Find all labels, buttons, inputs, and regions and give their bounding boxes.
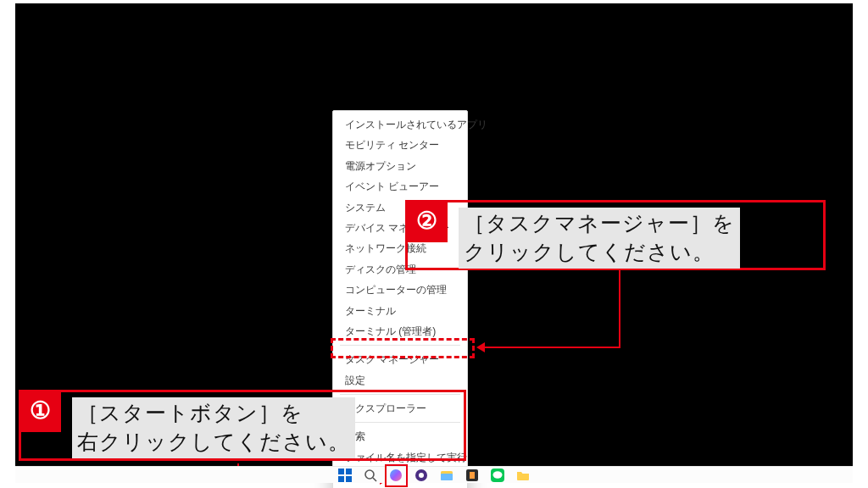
winx-menu-item[interactable]: イベント ビューアー xyxy=(333,176,467,197)
winx-menu-item[interactable]: ターミナル (管理者) xyxy=(333,321,467,341)
taskbar-app-2[interactable] xyxy=(465,468,480,483)
folder-icon xyxy=(516,469,530,482)
svg-point-6 xyxy=(390,469,402,481)
callout-2-number: ② xyxy=(416,209,437,233)
taskbar-search-button[interactable] xyxy=(363,468,378,483)
svg-rect-3 xyxy=(346,476,352,482)
screenshot-stage: インストールされているアプリモビリティ センター電源オプションイベント ビューア… xyxy=(0,0,868,488)
copilot-icon xyxy=(389,469,403,482)
menu-separator xyxy=(340,345,460,346)
winx-menu-item[interactable]: 電源オプション xyxy=(333,156,467,176)
app-icon xyxy=(465,469,479,482)
callout-2-text: ［タスクマネージャー］をクリックしてください。 xyxy=(459,208,740,269)
winx-menu-item[interactable]: コンピューターの管理 xyxy=(333,280,467,300)
winx-menu-item[interactable]: インストールされているアプリ xyxy=(333,114,467,135)
svg-line-5 xyxy=(373,478,376,481)
callout-1-text: ［スタートボタン］を右クリックしてください。 xyxy=(72,397,355,458)
arrow-2-segment-h xyxy=(485,347,620,348)
arrow-2-head-icon xyxy=(476,342,485,352)
callout-2-number-badge: ② xyxy=(405,200,448,242)
svg-rect-0 xyxy=(338,469,344,474)
winx-menu-item[interactable]: 設定 xyxy=(333,370,467,391)
explorer-icon xyxy=(440,469,453,482)
winx-menu-item[interactable]: モビリティ センター xyxy=(333,135,467,155)
taskbar-app-1[interactable] xyxy=(414,468,429,483)
svg-rect-10 xyxy=(441,474,453,480)
arrow-2-segment-v xyxy=(619,270,620,348)
svg-point-8 xyxy=(419,473,424,478)
taskbar-explorer-button[interactable] xyxy=(439,468,454,483)
svg-point-4 xyxy=(365,470,374,479)
search-icon xyxy=(364,469,377,482)
windows-logo-icon xyxy=(338,469,352,482)
taskbar-line-button[interactable] xyxy=(490,468,505,483)
taskbar xyxy=(15,466,853,483)
svg-rect-2 xyxy=(338,476,344,482)
taskbar-copilot-button[interactable] xyxy=(388,468,403,483)
svg-rect-12 xyxy=(470,472,475,479)
app-icon xyxy=(415,469,428,482)
callout-1-number: ① xyxy=(30,399,51,423)
winx-menu-item[interactable]: ターミナル xyxy=(333,301,467,321)
callout-1: ① ［スタートボタン］を右クリックしてください。 xyxy=(19,390,466,461)
callout-1-number-badge: ① xyxy=(19,390,61,432)
svg-point-14 xyxy=(493,471,503,478)
winx-menu-item[interactable]: タスク マネージャー xyxy=(333,349,467,369)
start-button[interactable] xyxy=(337,468,353,483)
taskbar-folder-button[interactable] xyxy=(515,468,531,483)
callout-2: ② ［タスクマネージャー］をクリックしてください。 xyxy=(405,200,826,270)
taskbar-icons xyxy=(337,468,531,483)
line-icon xyxy=(491,469,504,482)
svg-rect-1 xyxy=(346,469,352,474)
